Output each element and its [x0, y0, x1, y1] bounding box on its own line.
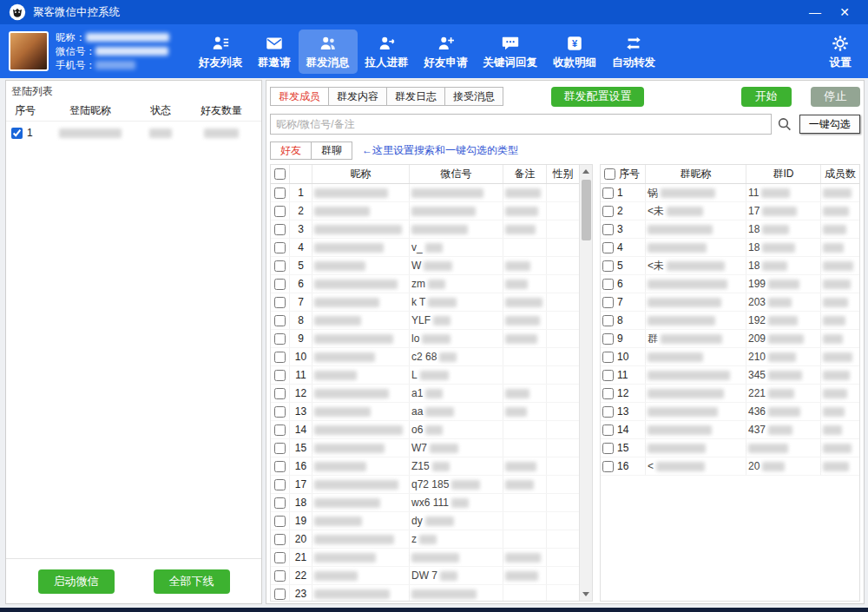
nav-group-invite[interactable]: 群邀请 — [250, 30, 299, 74]
friend-row-checkbox[interactable] — [274, 424, 286, 436]
friend-row-checkbox[interactable] — [274, 497, 286, 509]
group-row-checkbox[interactable] — [602, 443, 614, 454]
redacted-text — [314, 243, 384, 253]
search-icon[interactable] — [777, 116, 792, 132]
friend-row: 13aa — [271, 403, 579, 421]
friend-row-checkbox[interactable] — [274, 333, 286, 345]
friend-row-checkbox[interactable] — [274, 388, 286, 399]
friend-row-checkbox[interactable] — [274, 224, 286, 235]
all-offline-button[interactable]: 全部下线 — [154, 569, 230, 594]
subtab-group-chat[interactable]: 群聊 — [311, 141, 352, 160]
login-row-checkbox[interactable] — [11, 128, 23, 139]
group-row-checkbox[interactable] — [602, 424, 614, 436]
group-row-checkbox[interactable] — [602, 406, 614, 418]
groups-select-all-checkbox[interactable] — [604, 168, 615, 180]
row-index: 9 — [298, 332, 304, 345]
person-plus-icon — [435, 33, 457, 54]
subtab-row: 好友 群聊 ←这里设置搜索和一键勾选的类型 — [270, 141, 860, 160]
row-index: 1 — [298, 187, 304, 199]
redacted-text — [425, 389, 443, 398]
redacted-text — [411, 589, 477, 599]
scrollbar-up-button[interactable] — [580, 165, 592, 178]
redacted-text — [428, 280, 445, 289]
group-row-checkbox[interactable] — [602, 370, 614, 381]
redacted-text — [314, 462, 366, 471]
tab-mass-content[interactable]: 群发内容 — [328, 87, 387, 106]
mass-config-button[interactable]: 群发配置设置 — [551, 87, 644, 107]
search-input[interactable] — [270, 114, 772, 135]
friend-row-checkbox[interactable] — [274, 315, 286, 326]
minimize-button[interactable]: — — [800, 0, 830, 24]
nav-settings[interactable]: 设置 — [821, 30, 859, 74]
friend-row-checkbox[interactable] — [274, 479, 286, 490]
group-row-checkbox[interactable] — [602, 279, 614, 290]
friends-scrollbar[interactable] — [579, 165, 592, 601]
friend-row: 14o6 — [271, 421, 579, 439]
scrollbar-track[interactable] — [580, 178, 592, 588]
nav-pull-into-group[interactable]: 拉人进群 — [358, 30, 417, 74]
row-index: 14 — [295, 424, 306, 436]
nav-mass-message[interactable]: 群发消息 — [299, 30, 358, 74]
nav-friend-list[interactable]: 好友列表 — [191, 30, 250, 74]
tab-mass-log[interactable]: 群发日志 — [386, 87, 445, 106]
start-wechat-button[interactable]: 启动微信 — [38, 569, 115, 594]
svg-text:¥: ¥ — [572, 38, 578, 49]
group-row: 2<未17 — [601, 202, 859, 220]
friend-row-checkbox[interactable] — [274, 534, 286, 545]
nav-keyword-reply[interactable]: 关键词回复 — [476, 30, 546, 74]
app-window: 聚客微信中控系统 — ✕ 昵称： 微信号： 手机号： 好友列表 群邀请 — [0, 0, 868, 612]
stop-button[interactable]: 停止 — [811, 87, 860, 107]
group-row-checkbox[interactable] — [602, 242, 614, 253]
friend-row-checkbox[interactable] — [274, 589, 286, 600]
friend-row-checkbox[interactable] — [274, 370, 286, 381]
friend-row-checkbox[interactable] — [274, 570, 286, 582]
group-row-checkbox[interactable] — [602, 260, 614, 272]
group-row-checkbox[interactable] — [602, 206, 614, 217]
main-panel: 群发成员 群发内容 群发日志 接受消息 群发配置设置 开始 停止 一键勾选 好友… — [266, 80, 865, 604]
friend-row-checkbox[interactable] — [274, 443, 286, 454]
people-icon — [317, 33, 339, 54]
friend-row-checkbox[interactable] — [274, 188, 286, 199]
friend-row-checkbox[interactable] — [274, 279, 286, 290]
nav-auto-forward[interactable]: 自动转发 — [604, 30, 663, 74]
close-button[interactable]: ✕ — [830, 0, 859, 24]
redacted-text — [823, 462, 849, 471]
header: 昵称： 微信号： 手机号： 好友列表 群邀请 群发消息 — [0, 24, 868, 78]
scrollbar-down-button[interactable] — [580, 588, 592, 601]
row-index: 19 — [295, 515, 306, 527]
start-button[interactable]: 开始 — [741, 87, 791, 107]
redacted-text — [505, 334, 537, 344]
friend-row-checkbox[interactable] — [274, 516, 286, 527]
friend-row-checkbox[interactable] — [274, 406, 286, 418]
friend-row-checkbox[interactable] — [274, 206, 286, 217]
tab-mass-members[interactable]: 群发成员 — [270, 87, 329, 106]
tab-receive-message[interactable]: 接受消息 — [444, 87, 503, 106]
partial-text: W7 — [411, 442, 427, 454]
subtab-friends[interactable]: 好友 — [270, 141, 312, 160]
group-row-checkbox[interactable] — [602, 352, 614, 363]
nav-friend-request[interactable]: 好友申请 — [417, 30, 476, 74]
one-key-select-button[interactable]: 一键勾选 — [799, 115, 860, 134]
group-row-checkbox[interactable] — [602, 188, 614, 199]
friend-row-checkbox[interactable] — [274, 260, 286, 272]
group-row-checkbox[interactable] — [602, 333, 614, 345]
group-row-checkbox[interactable] — [602, 297, 614, 308]
friend-row-checkbox[interactable] — [274, 352, 286, 363]
friend-row-checkbox[interactable] — [274, 461, 286, 472]
friend-row-checkbox[interactable] — [274, 552, 286, 563]
redacted-text — [768, 425, 792, 435]
redacted-text — [648, 316, 715, 326]
friend-row-checkbox[interactable] — [274, 297, 286, 308]
group-row-checkbox[interactable] — [602, 224, 614, 235]
friend-row-checkbox[interactable] — [274, 242, 286, 253]
group-row-checkbox[interactable] — [602, 388, 614, 399]
friends-select-all-checkbox[interactable] — [274, 168, 286, 180]
group-row-checkbox[interactable] — [602, 461, 614, 472]
scrollbar-thumb[interactable] — [582, 180, 591, 240]
redacted-text — [762, 261, 787, 271]
redacted-text — [314, 298, 379, 307]
nav-payment-detail[interactable]: ¥ 收款明细 — [545, 30, 604, 74]
group-row-checkbox[interactable] — [602, 315, 614, 326]
nav-label: 好友申请 — [424, 56, 468, 70]
redacted-text — [768, 316, 798, 326]
